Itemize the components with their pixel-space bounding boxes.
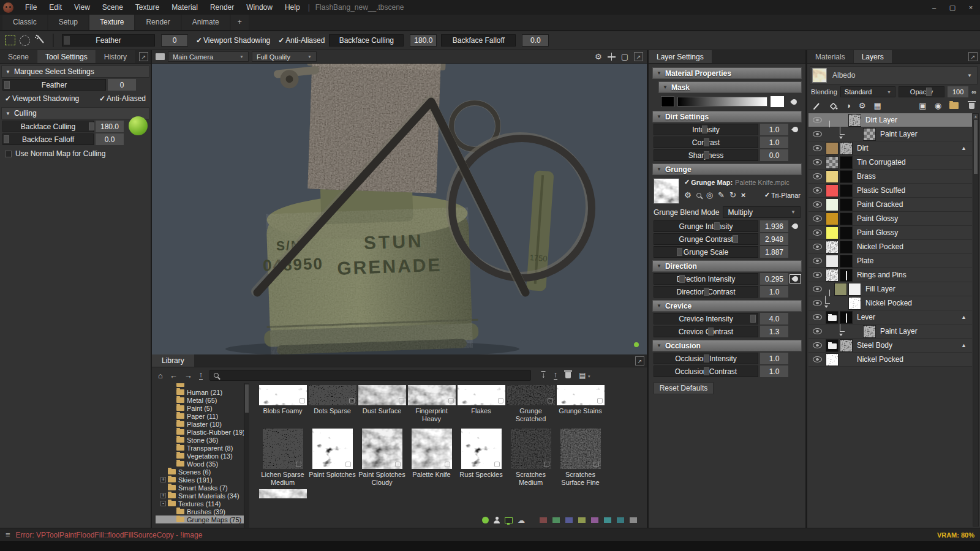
adjust-gear-icon[interactable]: ⚙ bbox=[859, 101, 866, 110]
visibility-eye-icon[interactable] bbox=[809, 356, 826, 362]
slider-handle[interactable] bbox=[64, 36, 70, 45]
collapse-arrow-icon[interactable]: ▲ bbox=[961, 314, 967, 320]
tree-expander-icon[interactable] bbox=[169, 445, 175, 451]
layer-color-swatch[interactable] bbox=[826, 269, 839, 282]
layer-row[interactable]: Paint Glossy bbox=[809, 212, 972, 226]
slider-row[interactable]: Occlusion Intensity 1.0 bbox=[654, 353, 801, 364]
rectangle-select-icon[interactable] bbox=[5, 36, 15, 45]
grunge-edit-pencil-icon[interactable]: ✎ bbox=[718, 190, 725, 200]
tree-expander-icon[interactable] bbox=[169, 453, 175, 459]
slider-track[interactable]: Crevice Contrast bbox=[654, 326, 758, 337]
layer-row[interactable]: Dirt ▲ bbox=[809, 141, 972, 156]
menu-item[interactable]: Texture bbox=[129, 1, 165, 13]
viewport-settings-gear-icon[interactable]: ⚙ bbox=[595, 52, 602, 61]
camera-select[interactable]: Main Camera bbox=[168, 51, 249, 62]
grunge-refresh-icon[interactable]: ↻ bbox=[729, 190, 736, 200]
pan-icon[interactable] bbox=[608, 53, 616, 61]
visibility-eye-icon[interactable] bbox=[809, 258, 826, 264]
workspace-tab[interactable]: Setup bbox=[48, 15, 88, 30]
blending-select[interactable]: Standard bbox=[840, 86, 895, 97]
layers-scrollbar[interactable] bbox=[973, 113, 979, 527]
layers-panel-tab[interactable]: Layers bbox=[854, 50, 892, 63]
value-field[interactable]: 1.887 bbox=[760, 246, 788, 258]
slider-row[interactable]: Intensity 1.0 bbox=[654, 124, 801, 135]
marquee-settings-header[interactable]: Marquee Select Settings bbox=[1, 66, 149, 78]
home-icon[interactable]: ⌂ bbox=[158, 371, 163, 380]
slider-track[interactable]: Intensity bbox=[654, 124, 758, 135]
visibility-eye-icon[interactable] bbox=[809, 187, 826, 193]
visibility-eye-icon[interactable] bbox=[809, 117, 826, 123]
feather-slider[interactable]: Feather bbox=[62, 34, 155, 47]
texture-thumbnail[interactable] bbox=[362, 429, 402, 469]
value-field[interactable]: 0.0 bbox=[760, 149, 788, 161]
slider-handle[interactable] bbox=[4, 135, 9, 143]
slider-handle[interactable] bbox=[4, 81, 10, 89]
slider-track[interactable]: Direction Contrast bbox=[654, 286, 758, 298]
collapse-arrow-icon[interactable]: ▲ bbox=[961, 145, 967, 151]
dirt-settings-header[interactable]: Dirt Settings bbox=[652, 111, 802, 122]
library-folder-item[interactable]: - Textures (114) bbox=[156, 500, 244, 508]
tri-planar-checkbox[interactable]: ✓Tri-Planar bbox=[764, 191, 801, 199]
layer-row[interactable]: Paint Layer bbox=[809, 324, 972, 339]
render-quality-select[interactable]: Full Quality bbox=[252, 51, 317, 62]
maximize-button[interactable]: ▢ bbox=[943, 1, 962, 15]
layer-row[interactable]: Dirt Layer bbox=[809, 113, 972, 127]
slider-track[interactable]: Occlusion Contrast bbox=[654, 365, 758, 377]
menu-item[interactable]: Help bbox=[279, 1, 306, 13]
texture-item[interactable]: Palette Knife bbox=[407, 424, 456, 487]
slider-handle[interactable] bbox=[702, 126, 707, 133]
slider-handle[interactable] bbox=[926, 88, 932, 96]
layer-color-swatch[interactable] bbox=[826, 142, 839, 155]
cloud-filter-icon[interactable]: ☁ bbox=[518, 517, 525, 523]
slider-track[interactable]: Grunge Scale bbox=[654, 246, 758, 258]
tree-expander-icon[interactable] bbox=[169, 383, 175, 387]
direction-header[interactable]: Direction bbox=[652, 260, 802, 272]
library-folder-item[interactable]: + Smart Materials (34) bbox=[156, 492, 244, 500]
texture-thumbnail[interactable] bbox=[461, 429, 502, 469]
slider-track[interactable]: Crevice Intensity bbox=[654, 313, 758, 324]
layer-thumbnail[interactable] bbox=[840, 198, 853, 211]
layers-panel-tab[interactable]: Materials bbox=[807, 50, 853, 63]
slider-handle[interactable] bbox=[89, 122, 94, 130]
tree-expander-icon[interactable] bbox=[169, 437, 175, 443]
library-search[interactable] bbox=[209, 370, 531, 381]
grunge-remove-icon[interactable]: × bbox=[741, 190, 746, 200]
slider-handle[interactable] bbox=[704, 138, 709, 146]
library-folder-item[interactable]: Brushes (39) bbox=[156, 508, 244, 515]
visibility-eye-icon[interactable] bbox=[809, 145, 826, 151]
mask-header[interactable]: Mask bbox=[658, 81, 802, 93]
value-field[interactable]: 2.948 bbox=[760, 233, 788, 245]
slider-row[interactable]: Crevice Intensity 4.0 bbox=[654, 313, 801, 324]
slider-row[interactable]: Sharpness 0.0 bbox=[654, 149, 801, 161]
slider-track[interactable]: Backface Culling bbox=[2, 121, 94, 132]
menu-item[interactable]: File bbox=[19, 1, 43, 13]
texture-thumbnail[interactable] bbox=[408, 385, 456, 405]
slider-track[interactable]: Grunge Intensity bbox=[654, 220, 758, 232]
value-field[interactable]: 0.295 bbox=[760, 273, 788, 285]
slider-handle[interactable] bbox=[733, 235, 738, 243]
layer-thumbnail[interactable] bbox=[848, 297, 861, 310]
grunge-map-thumbnail[interactable] bbox=[654, 178, 679, 204]
slider-handle[interactable] bbox=[704, 354, 709, 362]
texture-item[interactable]: Blobs Foamy bbox=[258, 385, 307, 424]
texture-item[interactable]: Scratches Surface Fine bbox=[556, 424, 605, 487]
color-tag-swatch[interactable] bbox=[591, 517, 598, 523]
texture-item[interactable]: Grunge Stains bbox=[556, 385, 605, 424]
value-field[interactable]: 1.0 bbox=[760, 137, 788, 148]
texture-thumbnail[interactable] bbox=[312, 429, 353, 469]
library-folder-item[interactable]: Plaster (10) bbox=[156, 420, 244, 428]
menu-item[interactable]: Window bbox=[240, 1, 279, 13]
paint-brush-icon[interactable] bbox=[813, 102, 821, 110]
layer-thumbnail[interactable] bbox=[848, 114, 861, 127]
slider-track[interactable]: Sharpness bbox=[654, 149, 758, 161]
texture-thumbnail[interactable] bbox=[358, 385, 406, 405]
texture-thumbnail[interactable] bbox=[309, 385, 356, 405]
layer-thumbnail[interactable] bbox=[840, 339, 853, 352]
texture-thumbnail[interactable] bbox=[458, 385, 505, 405]
culling-header[interactable]: Culling bbox=[1, 107, 149, 119]
layer-row[interactable]: Nickel Pocked bbox=[809, 240, 972, 254]
link-icon[interactable]: ∞ bbox=[971, 88, 976, 96]
monitor-filter-icon[interactable] bbox=[505, 517, 513, 523]
layer-color-swatch[interactable] bbox=[826, 198, 839, 211]
backface-culling-value-field[interactable]: 180.0 bbox=[410, 34, 437, 47]
